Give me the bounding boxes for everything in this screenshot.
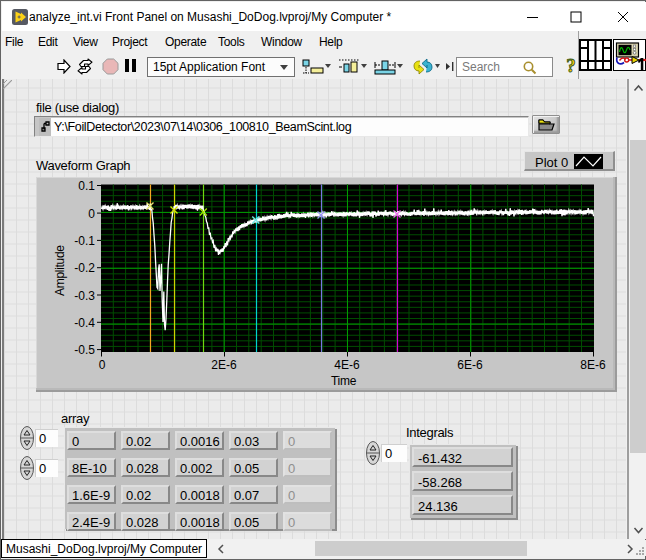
- svg-text:?: ?: [566, 56, 576, 76]
